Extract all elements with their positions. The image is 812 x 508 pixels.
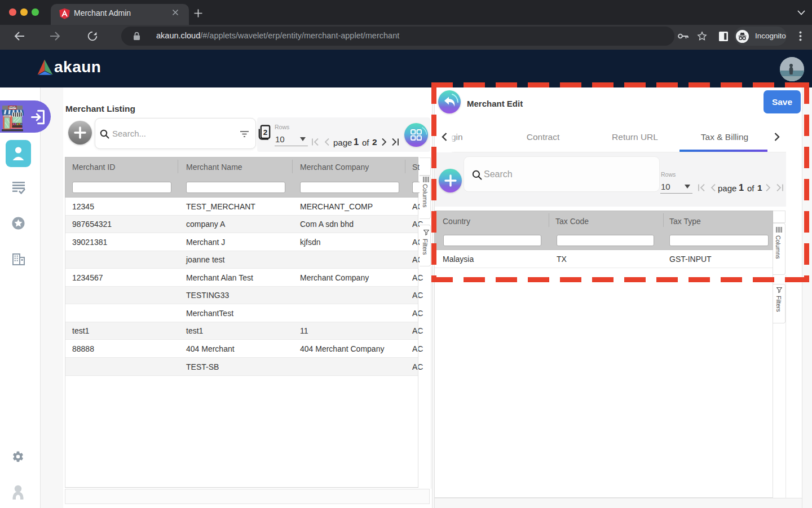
svg-text:2: 2: [263, 128, 268, 137]
svg-text:SHOP: SHOP: [8, 106, 16, 109]
